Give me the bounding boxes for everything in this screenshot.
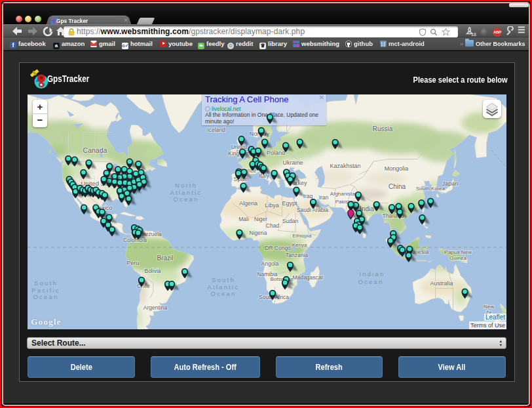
svg-text:Mongolia: Mongolia [385,165,409,172]
svg-text:Ethiopia: Ethiopia [293,233,312,239]
svg-text:Japan: Japan [442,180,459,187]
svg-text:Iraq: Iraq [303,193,313,199]
svg-text:Ukraine: Ukraine [282,159,303,166]
svg-text:Kenya: Kenya [292,242,307,248]
svg-text:New: New [484,304,494,310]
svg-text:Sudan: Sudan [282,218,299,224]
svg-text:Afghanistan: Afghanistan [330,191,358,197]
svg-text:Iceland: Iceland [207,127,225,133]
svg-text:Mali: Mali [238,216,249,222]
svg-text:South Korea: South Korea [416,186,446,192]
svg-text:Chad: Chad [266,222,280,229]
svg-text:Ocean: Ocean [358,278,384,285]
svg-text:Ocean: Ocean [33,293,59,300]
svg-text:Kazakhstan: Kazakhstan [330,163,360,169]
svg-text:South: South [212,276,235,283]
svg-text:18: 18 [471,32,476,37]
svg-text:Atlantic: Atlantic [170,189,202,196]
svg-text:Libya: Libya [265,202,279,209]
svg-text:Brazil: Brazil [157,255,173,262]
svg-text:Angola: Angola [261,260,279,267]
svg-text:South: South [34,279,58,287]
svg-text:Tanzania: Tanzania [286,252,308,258]
svg-text:Peru: Peru [126,260,139,266]
svg-text:Russia: Russia [373,125,393,133]
svg-text:DR Congo: DR Congo [265,245,291,251]
svg-text:Bolivia: Bolivia [144,268,161,274]
svg-text:Algeria: Algeria [239,200,257,207]
svg-text:United: United [231,144,248,150]
svg-text:Guinea: Guinea [449,255,466,261]
svg-text:Australia: Australia [430,280,453,287]
svg-text:Nigeria: Nigeria [250,230,267,236]
svg-text:Atlantic: Atlantic [208,283,240,291]
svg-text:Papua New: Papua New [444,249,472,255]
svg-text:Pacific: Pacific [31,287,60,294]
svg-text:Iran: Iran [319,194,329,201]
svg-text:Indian: Indian [359,270,385,277]
svg-text:Ocean: Ocean [174,195,199,203]
svg-text:Canada: Canada [83,146,107,154]
svg-text:Argentina: Argentina [143,304,168,311]
svg-text:Poland: Poland [267,150,285,156]
svg-text:Ocean: Ocean [211,290,237,297]
svg-text:Egypt: Egypt [282,200,297,207]
svg-text:China: China [389,183,406,190]
svg-text:North: North [175,182,197,189]
svg-text:Madagascar: Madagascar [293,274,324,281]
svg-text:Niger: Niger [254,216,267,222]
